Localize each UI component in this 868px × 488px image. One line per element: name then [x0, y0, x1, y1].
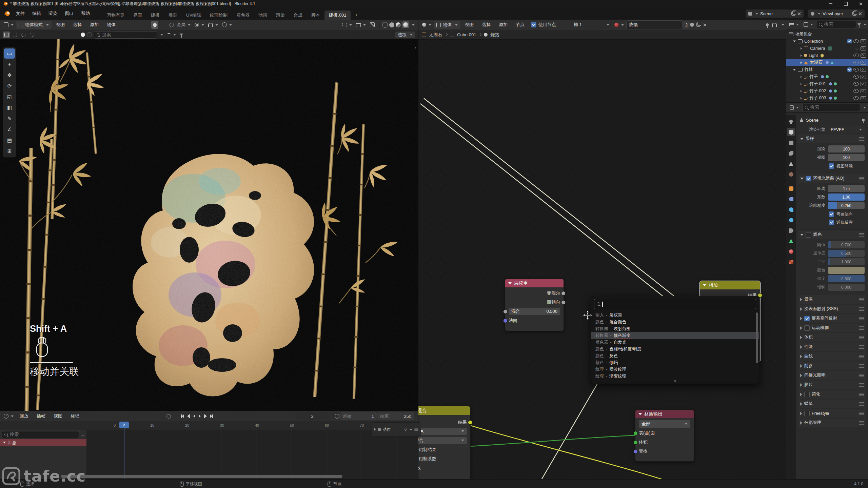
- falloff-dropdown[interactable]: [165, 32, 178, 38]
- select-tweak-button[interactable]: [3, 32, 10, 38]
- socket-displacement[interactable]: [633, 449, 638, 454]
- copy-icon[interactable]: [852, 12, 856, 16]
- tab-workspace-10[interactable]: 脚本: [307, 11, 324, 20]
- tool-add-object[interactable]: ▤: [4, 135, 15, 145]
- expand-width-icon[interactable]: ↔: [81, 432, 85, 437]
- search-result-item[interactable]: 输入-层权重: [591, 312, 759, 319]
- collection-checkbox[interactable]: [847, 39, 852, 43]
- panel-volumetrics[interactable]: 体积: [798, 333, 866, 342]
- breadcrumb-mesh[interactable]: Cube.001: [457, 32, 476, 37]
- ao-precision-slider[interactable]: 0.250: [828, 202, 865, 209]
- bent-normals-toggle[interactable]: 弯曲法向: [829, 211, 868, 218]
- tab-particles[interactable]: [787, 205, 795, 214]
- tool-measure[interactable]: ∠: [4, 124, 15, 135]
- tab-workspace-active[interactable]: 建模.001: [324, 11, 351, 20]
- auto-keying-toggle[interactable]: [166, 414, 171, 419]
- close-icon[interactable]: [797, 12, 801, 16]
- tool-extra[interactable]: ⊞: [4, 146, 15, 156]
- mode-dropdown[interactable]: 物体模式: [16, 21, 52, 29]
- panel-ssr[interactable]: 屏幕空间反射: [798, 314, 866, 323]
- expand-icon[interactable]: [793, 40, 796, 42]
- scroll-more-icon[interactable]: ▼: [674, 380, 677, 383]
- outliner-row-bamboo[interactable]: 竹子: [786, 73, 868, 80]
- eye-icon[interactable]: [853, 68, 859, 72]
- tab-world[interactable]: [787, 170, 795, 178]
- viewport-denoise-toggle[interactable]: 视图降噪: [829, 163, 868, 169]
- search-result-item[interactable]: 纹理-噪波纹理: [591, 366, 759, 373]
- tab-workspace-6[interactable]: 着色器: [232, 11, 254, 20]
- viewport-menu-object[interactable]: 物体: [103, 20, 119, 29]
- search-result-item[interactable]: 转换器-映射范围: [591, 325, 759, 332]
- close-icon[interactable]: [858, 12, 862, 16]
- copy-icon[interactable]: [791, 12, 795, 16]
- properties-search-field[interactable]: 搜索: [802, 104, 860, 111]
- ao-distance-field[interactable]: 1 m: [828, 185, 865, 192]
- channel-search-field[interactable]: 搜索: [2, 431, 79, 438]
- primary-color-swatch[interactable]: [81, 33, 85, 37]
- eye-icon[interactable]: [853, 39, 859, 43]
- search-result-item-highlighted[interactable]: 转换器-颜色渐变: [591, 332, 759, 339]
- panel-indirect-lighting[interactable]: 间接光照明: [798, 371, 866, 380]
- summary-channel-row[interactable]: 汇总: [0, 439, 89, 446]
- camera-visibility-icon[interactable]: [861, 54, 866, 58]
- secondary-color-swatch[interactable]: [87, 32, 92, 37]
- search-result-item[interactable]: 颜色-色相/饱和度/明度: [591, 346, 759, 352]
- motion-blur-checkbox[interactable]: [804, 325, 810, 331]
- outliner-row-scene-collection[interactable]: 场景集合: [786, 30, 868, 38]
- socket-fresnel[interactable]: [561, 291, 566, 296]
- collapse-icon[interactable]: [508, 282, 512, 284]
- camera-visibility-icon[interactable]: [861, 82, 866, 86]
- material-browse-button[interactable]: [613, 21, 626, 29]
- action-channel-box[interactable]: 动作 0: [372, 422, 421, 436]
- snapping-toggle[interactable]: [206, 21, 220, 29]
- node-menu-node[interactable]: 节点: [512, 20, 528, 29]
- tab-workspace-5[interactable]: 纹理绘制: [205, 11, 232, 20]
- timeline-menu-keying[interactable]: 插帧: [33, 412, 49, 421]
- bloom-checkbox[interactable]: [806, 232, 811, 238]
- node-mix[interactable]: 混合 结果 颜色 混合 钳制结果 钳制系数 系数: [418, 406, 471, 479]
- tool-cursor[interactable]: +: [4, 59, 15, 69]
- tool-annotate[interactable]: ✎: [4, 114, 15, 124]
- shading-material-button[interactable]: [396, 22, 401, 27]
- expand-icon[interactable]: [801, 61, 802, 64]
- snapping-magnet-icon[interactable]: [772, 23, 777, 27]
- select-box-button[interactable]: [11, 32, 19, 38]
- bounce-approx-toggle[interactable]: 近似反弹: [829, 219, 868, 226]
- node-menu-view[interactable]: 视图: [461, 20, 477, 29]
- overlays-dropdown[interactable]: [354, 21, 368, 29]
- freestyle-checkbox[interactable]: [804, 411, 810, 416]
- select-lasso-button[interactable]: [28, 32, 36, 38]
- panel-shadows[interactable]: 阴影: [798, 362, 866, 370]
- tab-scene[interactable]: [787, 160, 795, 168]
- socket-facing[interactable]: [561, 300, 566, 305]
- viewport-menu-select[interactable]: 选择: [69, 20, 85, 29]
- collapse-icon[interactable]: [638, 413, 642, 415]
- tab-texture[interactable]: [787, 258, 795, 266]
- ao-checkbox[interactable]: [806, 176, 811, 181]
- timeline-menu-playback[interactable]: 回放: [16, 412, 32, 421]
- prev-keyframe-button[interactable]: [187, 414, 190, 418]
- eye-icon[interactable]: [853, 96, 859, 100]
- pin-icon[interactable]: [862, 119, 865, 121]
- add-workspace-button[interactable]: +: [351, 11, 362, 20]
- tab-workspace-1[interactable]: 界面: [129, 11, 146, 20]
- close-button[interactable]: [853, 0, 868, 7]
- samples-viewport-field[interactable]: 100: [828, 154, 865, 161]
- new-material-icon[interactable]: [696, 23, 700, 27]
- editor-type-button[interactable]: [2, 412, 15, 420]
- blend-slider[interactable]: 混合0.500: [509, 308, 560, 315]
- transform-orientation-dropdown[interactable]: 全局: [168, 21, 192, 29]
- timeline-scrollbar[interactable]: [61, 475, 342, 478]
- socket-blend[interactable]: [503, 309, 508, 314]
- node-material-output[interactable]: 材质输出 全部 表(曲)面 体积 置换: [635, 409, 694, 462]
- menu-render[interactable]: 渲染: [45, 9, 61, 18]
- collapse-icon[interactable]: [703, 284, 706, 286]
- outliner-row-camera[interactable]: Camera: [786, 45, 868, 52]
- popup-scrollbar[interactable]: [756, 312, 758, 363]
- socket-normal[interactable]: [503, 319, 508, 323]
- expand-icon[interactable]: [801, 97, 802, 99]
- shading-wireframe-button[interactable]: [382, 22, 388, 28]
- bloom-radius-slider[interactable]: 1.000: [828, 258, 865, 265]
- bloom-clamp-field[interactable]: 0.000: [828, 284, 865, 291]
- xray-toggle[interactable]: [368, 21, 376, 29]
